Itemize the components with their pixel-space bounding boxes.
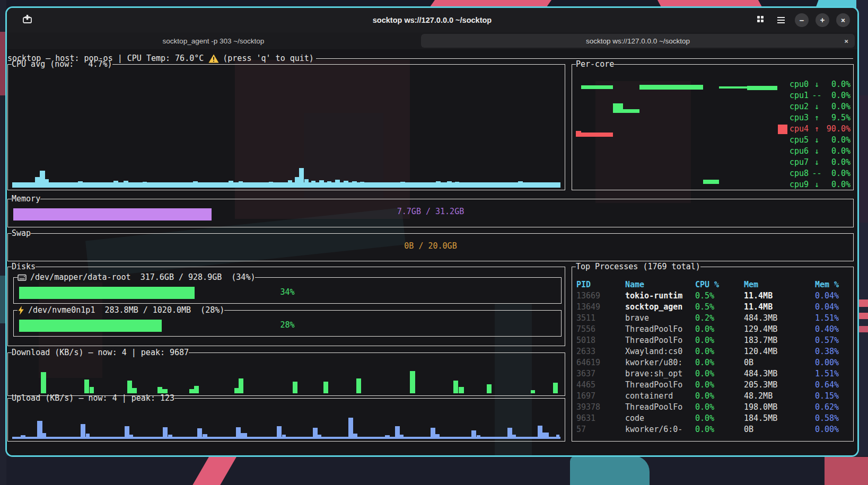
core-hot-marker <box>778 80 787 90</box>
process-row: 1697containerd0.0%48.2MB0.15% <box>576 391 850 402</box>
process-pmem: 0B <box>744 424 815 435</box>
chart-bar <box>540 182 545 188</box>
swap-panel: Swap 0B / 20.0GB <box>7 233 854 261</box>
core-history-bar <box>576 131 581 137</box>
core-value: 0.0% <box>824 101 851 112</box>
chart-bar <box>125 426 129 439</box>
tab-socktop-agent[interactable]: socktop_agent -p 303 ~/socktop <box>7 32 420 49</box>
process-pname: kworker/u80: <box>625 357 695 368</box>
process-pmem: 484.3MB <box>744 368 815 380</box>
disk-label: /dev/mapper/data-root 317.6GB / 928.9GB … <box>30 272 255 283</box>
core-value: 90.0% <box>824 124 851 135</box>
chart-bar <box>42 433 46 439</box>
process-row: 2633Xwayland:cs00.0%120.4MB0.38% <box>576 346 850 357</box>
process-pname: Xwayland:cs0 <box>625 346 695 357</box>
process-pmemp: 0.04% <box>815 302 850 313</box>
process-pid: 1697 <box>576 391 625 402</box>
process-pid: 7556 <box>576 324 625 335</box>
core-name: cpu2 <box>790 101 810 112</box>
process-pname: ThreadPoolFo <box>625 380 695 391</box>
chart-bar <box>241 433 247 439</box>
chart-bar <box>447 181 452 188</box>
close-button[interactable]: × <box>836 13 850 27</box>
chart-bar <box>81 424 85 439</box>
process-pmem: 184.5MB <box>744 413 815 424</box>
new-tab-button[interactable] <box>20 13 34 27</box>
core-hot-marker <box>778 158 787 167</box>
process-pmem: 11.4MB <box>744 290 815 302</box>
process-pid: 3637 <box>576 368 625 380</box>
core-name: cpu7 <box>790 157 810 168</box>
chart-bar <box>41 372 46 393</box>
chart-bar <box>556 435 559 439</box>
desktop: socktop ws://127.0.0.0 ~/socktop <box>0 0 868 485</box>
menu-button[interactable] <box>774 13 788 27</box>
tab-socktop[interactable]: socktop ws://127.0.0.0 ~/socktop × <box>421 34 855 48</box>
process-pcpu: 0.0% <box>695 368 744 380</box>
core-row-cpu7: cpu7↓0.0% <box>778 157 851 168</box>
chart-bar <box>277 426 282 439</box>
core-history-bar <box>613 103 623 113</box>
processes-panel: Top Processes (1769 total) PID Name CPU … <box>572 267 854 442</box>
chart-bar <box>542 433 549 439</box>
core-name: cpu6 <box>790 146 810 157</box>
core-value: 0.0% <box>824 146 851 157</box>
upload-panel: Upload (KB/s) — now: 4 | peak: 123 <box>7 398 565 442</box>
core-name: cpu8 <box>790 168 810 179</box>
chart-bar <box>385 435 390 439</box>
process-pcpu: 0.0% <box>695 324 744 335</box>
core-value: 0.0% <box>824 135 851 146</box>
chart-bar <box>203 434 207 439</box>
chart-bar <box>84 380 89 393</box>
chart-bar <box>295 177 299 188</box>
chart-bar <box>163 427 168 439</box>
chart-bar <box>471 430 476 439</box>
chart-bar <box>197 428 202 439</box>
chart-bar <box>335 180 340 188</box>
disk-panel-data-root: /dev/mapper/data-root 317.6GB / 928.9GB … <box>13 277 562 304</box>
chart-bar <box>129 435 133 439</box>
process-pmemp: 0.04% <box>815 290 850 302</box>
process-row: 9631code0.0%184.5MB0.58% <box>576 413 850 424</box>
tab-close-icon[interactable]: × <box>844 37 848 45</box>
disks-title: Disks <box>12 261 36 272</box>
chart-bar <box>360 182 364 188</box>
per-core-list: cpu0↓0.0%cpu1--0.0%cpu2↓0.0%cpu3↑9.5%cpu… <box>778 79 851 189</box>
process-pname: code <box>625 413 695 424</box>
tab-bar: socktop_agent -p 303 ~/socktop socktop w… <box>7 32 857 49</box>
tab-overview-button[interactable] <box>753 13 767 27</box>
process-pmem: 198.0MB <box>744 402 815 413</box>
chart-bar <box>436 181 441 188</box>
process-pid: 5018 <box>576 335 625 346</box>
core-name: cpu0 <box>790 79 810 90</box>
core-trend-icon: ↓ <box>810 135 824 146</box>
chart-bar <box>143 182 147 188</box>
core-trend-icon: ↓ <box>810 146 824 157</box>
chart-bar <box>344 181 348 188</box>
chart-bar <box>282 435 286 439</box>
process-pmemp: 0.64% <box>815 380 850 391</box>
chart-bar <box>113 181 118 188</box>
core-row-cpu1: cpu1--0.0% <box>778 90 851 101</box>
chart-bar <box>348 418 353 439</box>
process-pid: 4465 <box>576 380 625 391</box>
chart-bar <box>229 181 233 188</box>
process-pmem: 484.3MB <box>744 313 815 324</box>
process-row: 5018ThreadPoolFo0.0%183.7MB0.57% <box>576 335 850 346</box>
chart-bar <box>410 371 415 393</box>
memory-title: Memory <box>12 193 40 205</box>
minimize-button[interactable]: − <box>795 13 809 27</box>
process-table-header: PID Name CPU % Mem Mem % <box>576 279 850 290</box>
process-pid: 39378 <box>576 402 625 413</box>
grid-icon <box>757 15 764 25</box>
core-row-cpu5: cpu5↓0.0% <box>778 135 851 146</box>
maximize-button[interactable]: + <box>816 13 829 27</box>
core-trend-icon: ↓ <box>810 179 824 190</box>
process-pmemp: 0.38% <box>815 346 850 357</box>
download-panel: Download (KB/s) — now: 4 | peak: 9687 <box>7 352 565 396</box>
col-pid: PID <box>576 279 625 290</box>
core-history-bar <box>747 86 777 90</box>
core-row-cpu0: cpu0↓0.0% <box>778 79 851 90</box>
chart-bar <box>400 435 404 439</box>
titlebar: socktop ws://127.0.0.0 ~/socktop <box>7 8 857 32</box>
